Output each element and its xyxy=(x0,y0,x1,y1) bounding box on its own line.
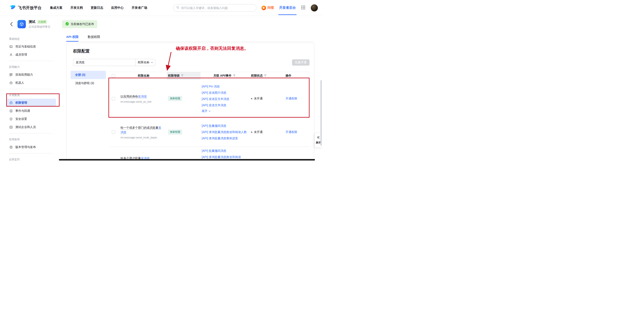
expander-label: 展开 xyxy=(316,141,321,144)
nav-item-docs[interactable]: 开发文档 xyxy=(70,6,83,10)
annotation-arrow xyxy=(164,51,174,72)
publish-icon xyxy=(9,145,13,149)
vertical-scrollbar[interactable] xyxy=(320,80,322,146)
row-checkbox[interactable] xyxy=(112,130,115,134)
nav-item-appcenter[interactable]: 应用中心 xyxy=(111,6,124,10)
sidebar-item-credentials[interactable]: 凭证与基础信息 xyxy=(6,42,56,50)
status-dot-icon xyxy=(251,98,252,99)
sidebar-item-version-release[interactable]: 版本管理与发布 xyxy=(6,143,56,151)
sidebar-item-test-org[interactable]: 测试企业和人员 xyxy=(6,123,56,131)
brand[interactable]: 飞书开放平台 xyxy=(10,4,42,12)
permission-code: im:message:send_as_bot xyxy=(120,100,167,103)
sidebar-section-basic: 基础信息 xyxy=(0,35,59,42)
permission-name[interactable]: 给一个或多个部门的成员批量发消息 xyxy=(120,125,162,134)
shield-icon xyxy=(9,117,13,121)
annotation-note: 确保该权限开启，否则无法回复消息。 xyxy=(176,46,248,51)
header-level: 权限等级 xyxy=(167,72,200,80)
safe-icon xyxy=(9,101,13,105)
permission-tabs: API 权限 数据权限 xyxy=(66,32,314,42)
api-link[interactable]: [API] 查询批量消息推送和阅读人数 xyxy=(202,130,247,134)
divider xyxy=(9,133,53,134)
page: 飞书开放平台 集成方案 开发文档 更新日志 应用中心 开发者广场 问答 开发者后… xyxy=(0,0,322,160)
developer-console-link[interactable]: 开发者后台 xyxy=(279,6,296,10)
chevron-down-icon xyxy=(151,61,153,64)
topnav-right: 问答 开发者后台 xyxy=(173,4,318,12)
sidebar-item-members[interactable]: 成员管理 xyxy=(6,50,56,59)
grid-plus-icon xyxy=(9,73,13,76)
permission-name[interactable]: 以应用的身份发消息 xyxy=(120,94,162,99)
scope-subnav: 全部 (3) 消息与群组 (3) xyxy=(70,71,106,88)
api-link[interactable]: [API] 查询批量消息整体进度 xyxy=(202,136,247,140)
tab-api-permissions[interactable]: API 权限 xyxy=(66,32,78,42)
nav-item-devplaza[interactable]: 开发者广场 xyxy=(132,6,147,10)
nav-item-integration[interactable]: 集成方案 xyxy=(50,6,62,10)
header-apis: 关联 API/事件 xyxy=(200,72,247,80)
level-badge: 免审权限 xyxy=(168,96,182,101)
api-link[interactable]: [API] 发送富文本消息 xyxy=(202,97,247,101)
qa-icon xyxy=(262,6,266,10)
search-filter-select[interactable]: 权限名称 xyxy=(135,59,155,66)
grant-permission-link[interactable]: 开通权限 xyxy=(286,130,297,134)
header-status: 权限状态 xyxy=(247,72,283,80)
bottom-scrollbar[interactable] xyxy=(59,159,315,160)
header-action: 操作 xyxy=(283,72,310,80)
main-content: API 权限 数据权限 权限配置 权限名称 批量开通 全部 (3) 消息与群组 … xyxy=(59,32,322,160)
filter-icon[interactable] xyxy=(233,74,236,78)
api-link[interactable]: [API] 查询批量消息推送和阅读 xyxy=(202,155,247,159)
app-subtitle: 正式应用@环界云 xyxy=(29,25,50,29)
sidebar-item-security[interactable]: 安全设置 xyxy=(6,115,56,123)
header-name: 权限名称 xyxy=(119,72,167,80)
id-card-icon xyxy=(9,45,13,48)
divider xyxy=(9,61,53,61)
subnav-message-group[interactable]: 消息与群组 (3) xyxy=(70,79,106,88)
person-icon xyxy=(9,53,13,56)
back-button[interactable] xyxy=(9,22,14,27)
global-search[interactable] xyxy=(173,4,256,12)
app-meta: 测试 已启用 正式应用@环界云 xyxy=(29,20,50,29)
nav-item-changelog[interactable]: 更新日志 xyxy=(91,6,103,10)
sidebar-section-capability: 应用能力 xyxy=(0,63,59,70)
user-avatar[interactable] xyxy=(311,4,318,12)
api-link[interactable]: [API] Pin 消息 xyxy=(202,84,247,89)
sidebar-item-events[interactable]: 事件与回调 xyxy=(6,107,56,115)
sidebar: 基础信息 凭证与基础信息 成员管理 应用能力 添加应用能力 机器人 开发配置 xyxy=(0,32,59,160)
filter-icon[interactable] xyxy=(181,74,184,78)
sidebar-item-add-capability[interactable]: 添加应用能力 xyxy=(6,70,56,79)
app-header: 测试 已启用 正式应用@环界云 当前修改均已发布 xyxy=(0,16,322,32)
sidebar-item-bot[interactable]: 机器人 xyxy=(6,79,56,87)
divider xyxy=(9,153,53,154)
sidebar-section-monitor: 运营监控 xyxy=(0,156,59,160)
expand-link[interactable]: 展开 xyxy=(202,109,247,113)
bulk-grant-button[interactable]: 批量开通 xyxy=(292,59,310,66)
status-dot-icon xyxy=(251,132,252,133)
feishu-logo-icon xyxy=(10,4,16,12)
chevron-down-icon xyxy=(208,110,211,113)
sidebar-section-dev-config: 开发配置 xyxy=(0,91,59,99)
qa-link[interactable]: 问答 xyxy=(262,6,274,10)
api-link[interactable]: [API] 发送图片消息 xyxy=(202,90,247,95)
api-link[interactable]: [API] 批量撤回消息 xyxy=(202,124,247,128)
apps-grid-icon[interactable] xyxy=(301,5,306,11)
filter-icon[interactable] xyxy=(264,74,267,78)
table-row: 给多个用户批量发消息 [API] 批量撤回消息 [API] 查询批量消息推送和阅… xyxy=(109,147,310,160)
permission-config-card: 权限配置 权限名称 批量开通 全部 (3) 消息与群组 (3) xyxy=(66,43,314,160)
permission-search-input[interactable] xyxy=(73,59,135,66)
tab-data-permissions[interactable]: 数据权限 xyxy=(88,32,100,42)
publish-status-pill: 当前修改均已发布 xyxy=(62,20,97,28)
global-search-input[interactable] xyxy=(181,6,253,10)
app-name: 测试 xyxy=(29,20,36,24)
double-chevron-left-icon xyxy=(316,136,320,140)
top-nav: 飞书开放平台 集成方案 开发文档 更新日志 应用中心 开发者广场 问答 开发者后… xyxy=(0,0,322,16)
select-all-checkbox[interactable] xyxy=(112,74,115,78)
sidebar-item-permissions[interactable]: 权限管理 xyxy=(6,99,56,107)
nav-links: 集成方案 开发文档 更新日志 应用中心 开发者广场 xyxy=(50,6,147,10)
row-checkbox[interactable] xyxy=(112,97,115,100)
api-link[interactable]: [API] 批量撤回消息 xyxy=(202,149,247,153)
table-row: 给一个或多个部门的成员批量发消息 im:message:send_multi_d… xyxy=(109,118,310,147)
check-circle-icon xyxy=(65,22,69,26)
permission-search: 权限名称 xyxy=(73,59,156,66)
status-cell: 未开通 xyxy=(247,118,283,146)
grant-permission-link[interactable]: 开通权限 xyxy=(286,97,297,100)
subnav-all[interactable]: 全部 (3) xyxy=(70,71,106,79)
api-link[interactable]: [API] 发送文本消息 xyxy=(202,103,247,108)
